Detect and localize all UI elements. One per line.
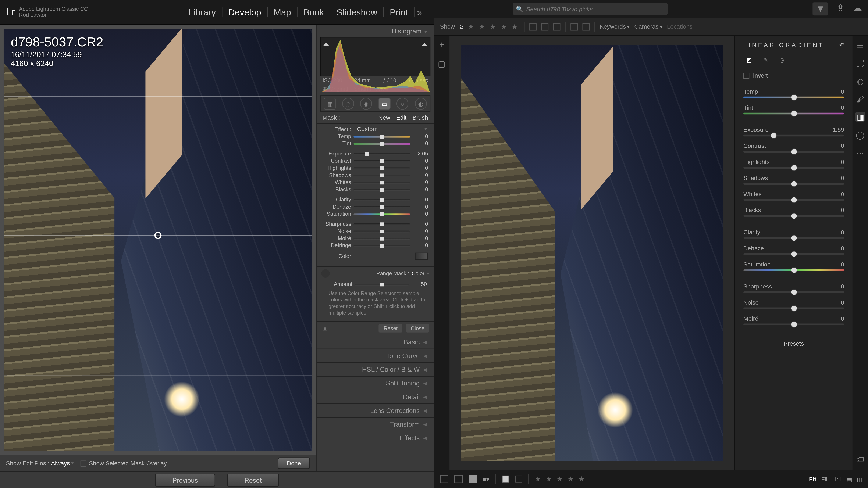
- add-photos-icon[interactable]: ＋: [438, 40, 446, 49]
- radial-gradient-tool[interactable]: ✎: [760, 54, 771, 65]
- amount-slider[interactable]: [355, 282, 409, 287]
- slider-track[interactable]: [353, 173, 410, 178]
- slider-track[interactable]: [743, 199, 844, 201]
- mask-new[interactable]: New: [378, 115, 390, 121]
- slider-track[interactable]: [353, 180, 410, 185]
- slider-track[interactable]: [743, 253, 844, 255]
- nav-book[interactable]: Book: [298, 7, 330, 18]
- accordion-transform[interactable]: Transform◀: [317, 417, 434, 431]
- crop-tool[interactable]: ▦: [324, 98, 336, 109]
- range-mask-mode[interactable]: Color: [411, 270, 425, 276]
- rating-filter-min[interactable]: ≥: [460, 23, 463, 30]
- slider-track[interactable]: [743, 183, 844, 185]
- radial-filter-tool[interactable]: ○: [397, 98, 408, 109]
- slider-track[interactable]: [353, 166, 410, 170]
- linear-grad-icon[interactable]: ◨: [856, 112, 865, 122]
- slider-track[interactable]: [743, 113, 844, 115]
- reset-all-button[interactable]: Reset: [227, 474, 279, 487]
- search-box[interactable]: 🔍 Search d798 Tokyo picks: [513, 3, 668, 15]
- nav-develop[interactable]: Develop: [222, 7, 268, 18]
- range-mask-sampler[interactable]: [321, 269, 330, 278]
- rating-stars[interactable]: ★ ★ ★ ★ ★: [535, 475, 586, 483]
- presets-button[interactable]: Presets: [735, 335, 852, 352]
- slider-track[interactable]: [353, 134, 410, 139]
- slider-track[interactable]: [353, 152, 410, 156]
- color-swatch[interactable]: [415, 253, 428, 260]
- slider-track[interactable]: [743, 307, 844, 309]
- nav-print[interactable]: Print: [384, 7, 415, 18]
- histogram-header[interactable]: Histogram ▼: [317, 25, 434, 37]
- brush-icon[interactable]: 🖌: [856, 94, 865, 104]
- accordion-effects[interactable]: Effects◀: [317, 431, 434, 445]
- radial-grad-icon[interactable]: ◯: [856, 130, 865, 139]
- slider-track[interactable]: [353, 187, 410, 192]
- filter-icon[interactable]: ▼: [813, 2, 828, 15]
- slider-track[interactable]: [743, 167, 844, 169]
- reject-icon[interactable]: [515, 476, 522, 483]
- amount-value[interactable]: 50: [409, 281, 427, 287]
- brush-tool[interactable]: ◐: [415, 98, 427, 109]
- keywords-dropdown[interactable]: Keywords: [600, 23, 629, 30]
- cloud-icon[interactable]: ☁: [852, 2, 862, 15]
- slider-track[interactable]: [353, 236, 410, 241]
- sort-icon[interactable]: ≡▾: [483, 476, 490, 482]
- flag-unflagged-icon[interactable]: [541, 23, 549, 30]
- cameras-dropdown[interactable]: Cameras: [634, 23, 662, 30]
- reset-button[interactable]: Reset: [379, 324, 402, 332]
- detail-view-icon[interactable]: [469, 475, 477, 483]
- compare-icon[interactable]: ◫: [857, 476, 862, 482]
- slider-track[interactable]: [743, 97, 844, 98]
- accordion-detail[interactable]: Detail◀: [317, 390, 434, 403]
- slider-track[interactable]: [743, 324, 844, 325]
- slider-track[interactable]: [353, 229, 410, 234]
- slider-track[interactable]: [353, 158, 410, 163]
- range-mask-dropdown-icon[interactable]: ▾: [427, 271, 429, 276]
- effect-disclosure-icon[interactable]: ▼: [424, 126, 428, 132]
- histogram[interactable]: [320, 37, 430, 76]
- crop-icon[interactable]: ⛶: [856, 59, 865, 68]
- slider-track[interactable]: [743, 135, 844, 136]
- edit-icon[interactable]: ☰: [856, 40, 865, 50]
- flag-rejected-icon[interactable]: [553, 23, 560, 30]
- square-grid-icon[interactable]: [454, 475, 463, 483]
- rating-filter-stars[interactable]: ★ ★ ★ ★ ★: [468, 22, 519, 31]
- switch-icon[interactable]: ▣: [321, 324, 329, 332]
- flag-picked-icon[interactable]: [529, 23, 536, 30]
- graduated-filter-tool[interactable]: ▭: [378, 98, 390, 109]
- eraser-tool[interactable]: ◶: [777, 54, 788, 65]
- locations-filter[interactable]: Locations: [667, 23, 692, 30]
- zoom-fill[interactable]: Fill: [821, 476, 829, 482]
- gradient-pin[interactable]: [154, 232, 162, 239]
- accordion-lens-corrections[interactable]: Lens Corrections◀: [317, 403, 434, 417]
- accordion-tone-curve[interactable]: Tone Curve◀: [317, 349, 434, 362]
- cc-canvas[interactable]: [450, 36, 735, 470]
- slider-track[interactable]: [353, 222, 410, 227]
- zoom-fit[interactable]: Fit: [809, 476, 816, 482]
- nav-slideshow[interactable]: Slideshow: [331, 7, 384, 18]
- nav-library[interactable]: Library: [182, 7, 222, 18]
- nav-map[interactable]: Map: [268, 7, 298, 18]
- type-video-icon[interactable]: [582, 23, 590, 30]
- slider-track[interactable]: [743, 269, 844, 271]
- slider-track[interactable]: [743, 291, 844, 293]
- slider-track[interactable]: [743, 237, 844, 239]
- accordion-split-toning[interactable]: Split Toning◀: [317, 376, 434, 390]
- previous-button[interactable]: Previous: [155, 474, 215, 487]
- effect-dropdown[interactable]: Custom: [353, 126, 423, 132]
- close-button[interactable]: Close: [406, 324, 429, 332]
- undo-icon[interactable]: ↶: [839, 42, 844, 48]
- spot-tool[interactable]: ◌: [342, 98, 354, 109]
- gradient-line-bottom[interactable]: [4, 375, 312, 376]
- accordion-hsl-color-b-w[interactable]: HSL / Color / B & W◀: [317, 362, 434, 376]
- slider-track[interactable]: [353, 197, 410, 202]
- linear-gradient-tool[interactable]: ◩: [743, 54, 754, 65]
- lrc-canvas[interactable]: d798-5037.CR2 16/11/2017 07:34:59 4160 x…: [4, 29, 312, 451]
- share-icon[interactable]: ⇪: [836, 2, 844, 15]
- accordion-basic[interactable]: Basic◀: [317, 335, 434, 349]
- mask-edit[interactable]: Edit: [396, 115, 406, 121]
- slider-track[interactable]: [353, 204, 410, 209]
- invert-checkbox[interactable]: [743, 72, 749, 78]
- mask-brush[interactable]: Brush: [412, 115, 428, 121]
- type-photo-icon[interactable]: [570, 23, 578, 30]
- nav-more[interactable]: »: [415, 7, 428, 18]
